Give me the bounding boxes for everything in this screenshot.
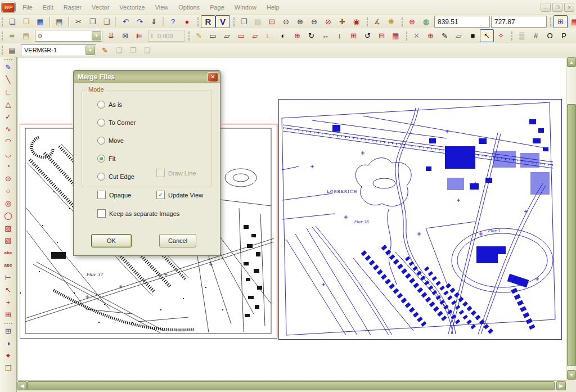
- merge-files-button[interactable]: ⊞: [554, 15, 568, 28]
- chevron-down-icon[interactable]: ▼: [92, 31, 101, 40]
- paste-button[interactable]: ❑: [100, 15, 114, 28]
- dialog-titlebar[interactable]: Merge Files ✕: [74, 71, 220, 83]
- circle-center-tool[interactable]: ⊙: [1, 173, 15, 184]
- zoom-view-button[interactable]: ⊙: [279, 15, 293, 28]
- coordinate-x-field[interactable]: 839.51: [434, 16, 490, 28]
- duplicate-view-button[interactable]: ❐: [237, 15, 251, 28]
- menu-window[interactable]: Window: [230, 2, 262, 12]
- spinner-arrows-icon[interactable]: ▲▼: [148, 33, 155, 39]
- menu-page[interactable]: Page: [205, 2, 230, 12]
- layers-stack-button[interactable]: ▤: [19, 29, 33, 42]
- keep-separate-checkbox[interactable]: Keep as separate Images: [97, 209, 179, 218]
- radio-cut-edge[interactable]: Cut Edge: [97, 168, 136, 186]
- halftone-button[interactable]: ▒: [515, 29, 529, 42]
- stop-button[interactable]: ●: [180, 15, 194, 28]
- zoom-out-button[interactable]: ⊖: [307, 15, 321, 28]
- polygon-tool[interactable]: △: [1, 98, 15, 110]
- close-button[interactable]: ✕: [564, 3, 574, 12]
- vertical-scroll-thumb[interactable]: [567, 104, 576, 366]
- align-selection-button[interactable]: ⊟: [375, 29, 389, 42]
- magic-wand-button[interactable]: ✧: [494, 29, 508, 42]
- select-rect-button[interactable]: ▭: [234, 29, 248, 42]
- select-vertex-button[interactable]: ∟: [262, 29, 276, 42]
- layer-tree-button[interactable]: ≣: [5, 29, 19, 42]
- check-polyline-tool[interactable]: ✓: [1, 111, 15, 123]
- ellipse-tool[interactable]: ◯: [1, 210, 15, 222]
- cancel-button[interactable]: Cancel: [159, 234, 196, 247]
- save-button[interactable]: ▦: [33, 15, 47, 28]
- leader-tool[interactable]: ↖: [1, 284, 15, 296]
- radio-fit[interactable]: Fit: [97, 150, 136, 168]
- cut-button[interactable]: ✂: [71, 15, 86, 28]
- pointer-select-button[interactable]: ↖: [480, 29, 494, 42]
- scroll-down-button[interactable]: ▼: [567, 370, 576, 380]
- redo-button[interactable]: ↷: [133, 15, 147, 28]
- polar-button[interactable]: P: [557, 29, 571, 42]
- edit-style-button[interactable]: ✎: [98, 44, 112, 57]
- radio-to-corner[interactable]: To Corner: [97, 114, 136, 132]
- vector-map-image[interactable]: LOBBERICH Flur 36 Flur 3: [278, 99, 562, 340]
- grid-button[interactable]: #: [529, 29, 543, 42]
- menu-vector[interactable]: Vector: [87, 2, 114, 12]
- split-quadrant-button[interactable]: ▦: [389, 29, 403, 42]
- insert-file-button[interactable]: ⇓: [147, 15, 161, 28]
- move-horizontal-button[interactable]: ↔: [318, 29, 332, 42]
- scale-selection-button[interactable]: ⊞: [346, 29, 361, 42]
- menu-edit[interactable]: Edit: [38, 2, 58, 12]
- line-width-spinner[interactable]: ▲▼ 0.000: [148, 30, 185, 42]
- select-rect-raster-button[interactable]: ▭: [206, 29, 220, 42]
- world-view-button[interactable]: ◍: [419, 15, 433, 28]
- crop-button[interactable]: ⊡: [265, 15, 279, 28]
- copy-button[interactable]: ❐: [86, 15, 100, 28]
- pencil-tool[interactable]: ✎: [1, 61, 15, 73]
- pencil-button[interactable]: ✎: [438, 29, 452, 42]
- vertical-scrollbar[interactable]: ▲ ▼: [566, 57, 576, 380]
- deselect-button[interactable]: ✕: [410, 29, 424, 42]
- scroll-right-button[interactable]: ▶: [556, 381, 566, 390]
- table-tool[interactable]: ⊞: [1, 309, 15, 321]
- spline-tool[interactable]: ∿: [1, 123, 15, 135]
- multiline-text-tool[interactable]: abc: [1, 259, 15, 271]
- update-view-checkbox[interactable]: Update View: [156, 191, 203, 199]
- vector-mode-toggle[interactable]: V: [215, 15, 230, 28]
- open-button[interactable]: ❒: [19, 15, 33, 28]
- ortho-button[interactable]: O: [543, 29, 557, 42]
- rotate-free-button[interactable]: ↺: [361, 29, 375, 42]
- point-tool[interactable]: +: [1, 296, 15, 308]
- arc-tool[interactable]: ◠: [1, 136, 15, 147]
- split-view-tool[interactable]: ◑: [1, 337, 15, 349]
- menu-help[interactable]: Help: [262, 2, 285, 12]
- toolbar-grip[interactable]: [4, 323, 12, 324]
- invert-selection-button[interactable]: ◐: [276, 29, 290, 42]
- print-button[interactable]: ▤: [52, 15, 66, 28]
- close-icon[interactable]: ✕: [208, 72, 218, 82]
- snap-raster-button[interactable]: ∩: [571, 29, 576, 42]
- toolbar-grip[interactable]: [4, 59, 12, 60]
- delete-area-button[interactable]: ⊠: [118, 29, 132, 42]
- wand-box-tool[interactable]: ✦: [1, 350, 15, 362]
- radio-move[interactable]: Move: [97, 132, 136, 150]
- coordinate-y-field[interactable]: 727.87: [491, 16, 547, 28]
- text-tool[interactable]: abc: [1, 247, 15, 259]
- pan-button[interactable]: ✚: [335, 15, 349, 28]
- clean-raster-button[interactable]: ❋: [384, 15, 398, 28]
- tile-pages-button[interactable]: ▦: [568, 15, 576, 28]
- pie-tool[interactable]: ◔: [1, 160, 15, 172]
- world-position-button[interactable]: ⊕: [405, 15, 419, 28]
- menu-options[interactable]: Options: [173, 2, 205, 12]
- undo-button[interactable]: ↶: [119, 15, 133, 28]
- menu-raster[interactable]: Raster: [58, 2, 87, 12]
- radio-as-is[interactable]: As is: [97, 96, 136, 114]
- menu-file[interactable]: File: [17, 2, 38, 12]
- fill-color-button[interactable]: ■: [466, 29, 480, 42]
- layer-combobox[interactable]: 0 ▼: [35, 30, 102, 42]
- chevron-down-icon[interactable]: ▼: [86, 46, 95, 55]
- dimension-tool[interactable]: ⊢: [1, 272, 15, 283]
- zoom-in-button[interactable]: ⊕: [293, 15, 307, 28]
- sheets-tool[interactable]: ❒: [1, 362, 15, 374]
- scroll-up-button[interactable]: ▲: [567, 57, 576, 67]
- select-brush-button[interactable]: ✎: [192, 29, 206, 42]
- raster-mode-toggle[interactable]: R: [201, 15, 215, 28]
- minimize-button[interactable]: —: [541, 3, 551, 12]
- menu-vectorize[interactable]: Vectorize: [114, 2, 150, 12]
